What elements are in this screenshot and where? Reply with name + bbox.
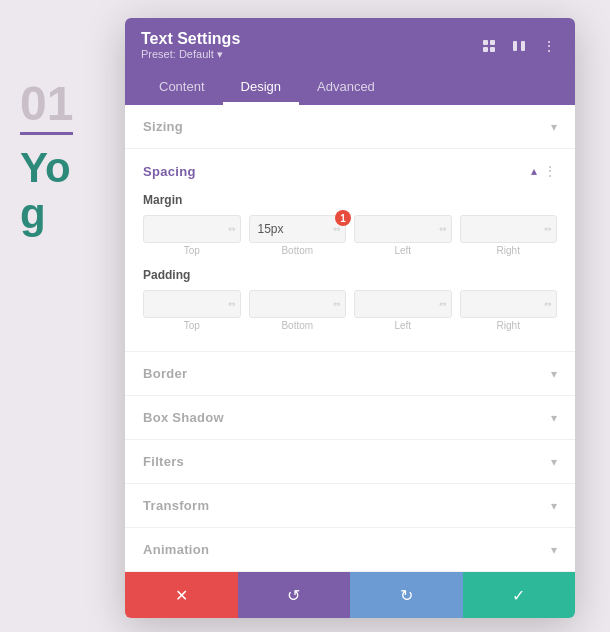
margin-right-label: Right bbox=[460, 245, 558, 256]
spacing-section-content: Margin ⇔ ⇔ 1 ⇔ bbox=[125, 193, 575, 351]
padding-top-wrap: ⇔ bbox=[143, 290, 241, 318]
section-spacing-header[interactable]: Spacing ▴ ⋮ bbox=[125, 149, 575, 193]
padding-right-label: Right bbox=[460, 320, 558, 331]
margin-left-wrap: ⇔ bbox=[354, 215, 452, 243]
modal-title: Text Settings bbox=[141, 30, 240, 48]
reset-button[interactable]: ↺ bbox=[238, 572, 351, 618]
padding-bottom-link-icon: ⇔ bbox=[333, 299, 341, 309]
padding-bottom-wrap: ⇔ bbox=[249, 290, 347, 318]
animation-chevron-icon: ▾ bbox=[551, 543, 557, 557]
margin-bottom-wrap: ⇔ 1 bbox=[249, 215, 347, 243]
padding-right-link-icon: ⇔ bbox=[544, 299, 552, 309]
modal-header-icons: ⋮ bbox=[479, 36, 559, 56]
spacing-chevron-icon: ▴ bbox=[531, 164, 537, 178]
padding-top-link-icon: ⇔ bbox=[228, 299, 236, 309]
tab-advanced[interactable]: Advanced bbox=[299, 71, 393, 105]
margin-top-wrap: ⇔ bbox=[143, 215, 241, 243]
redo-button[interactable]: ↻ bbox=[350, 572, 463, 618]
margin-left-link-icon: ⇔ bbox=[439, 224, 447, 234]
transform-chevron-icon: ▾ bbox=[551, 499, 557, 513]
svg-rect-2 bbox=[483, 47, 488, 52]
margin-bottom-label: Bottom bbox=[249, 245, 347, 256]
section-animation-header[interactable]: Animation ▾ bbox=[125, 528, 575, 571]
margin-label: Margin bbox=[143, 193, 557, 207]
more-icon[interactable]: ⋮ bbox=[539, 36, 559, 56]
section-box-shadow: Box Shadow ▾ bbox=[125, 396, 575, 440]
modal-footer: ✕ ↺ ↻ ✓ bbox=[125, 572, 575, 618]
modal-preset[interactable]: Preset: Default ▾ bbox=[141, 48, 240, 61]
border-chevron-icon: ▾ bbox=[551, 367, 557, 381]
margin-top-bottom-row: ⇔ ⇔ 1 ⇔ ⇔ bbox=[143, 215, 557, 243]
margin-top-input[interactable] bbox=[143, 215, 241, 243]
section-sizing-header[interactable]: Sizing ▾ bbox=[125, 105, 575, 148]
filters-chevron-icon: ▾ bbox=[551, 455, 557, 469]
svg-rect-3 bbox=[490, 47, 495, 52]
modal-body: Sizing ▾ Spacing ▴ ⋮ Margin ⇔ bbox=[125, 105, 575, 572]
cancel-button[interactable]: ✕ bbox=[125, 572, 238, 618]
section-border: Border ▾ bbox=[125, 352, 575, 396]
section-border-title: Border bbox=[143, 366, 187, 381]
margin-bottom-badge: 1 bbox=[335, 210, 351, 226]
modal-header: Text Settings Preset: Default ▾ bbox=[125, 18, 575, 105]
section-sizing: Sizing ▾ bbox=[125, 105, 575, 149]
padding-bottom-label: Bottom bbox=[249, 320, 347, 331]
columns-icon[interactable] bbox=[509, 36, 529, 56]
margin-left-label: Left bbox=[354, 245, 452, 256]
modal-title-group: Text Settings Preset: Default ▾ bbox=[141, 30, 240, 61]
svg-rect-1 bbox=[490, 40, 495, 45]
box-shadow-chevron-icon: ▾ bbox=[551, 411, 557, 425]
padding-top-input[interactable] bbox=[143, 290, 241, 318]
section-box-shadow-title: Box Shadow bbox=[143, 410, 224, 425]
margin-labels-row: Top Bottom Left Right bbox=[143, 245, 557, 256]
padding-right-input[interactable] bbox=[460, 290, 558, 318]
tab-design[interactable]: Design bbox=[223, 71, 299, 105]
padding-bottom-input[interactable] bbox=[249, 290, 347, 318]
margin-right-input[interactable] bbox=[460, 215, 558, 243]
bg-number: 01 bbox=[20, 80, 73, 135]
spacing-section-actions: ▴ ⋮ bbox=[531, 163, 557, 179]
section-spacing: Spacing ▴ ⋮ Margin ⇔ ⇔ bbox=[125, 149, 575, 352]
section-transform: Transform ▾ bbox=[125, 484, 575, 528]
padding-label: Padding bbox=[143, 268, 557, 282]
sizing-chevron-icon: ▾ bbox=[551, 120, 557, 134]
margin-right-wrap: ⇔ bbox=[460, 215, 558, 243]
bg-text: Yo g bbox=[20, 145, 73, 237]
section-sizing-title: Sizing bbox=[143, 119, 183, 134]
padding-labels-row: Top Bottom Left Right bbox=[143, 320, 557, 331]
spacing-more-icon[interactable]: ⋮ bbox=[543, 163, 557, 179]
bg-content: 01 Yo g bbox=[20, 80, 73, 237]
grid-icon[interactable] bbox=[479, 36, 499, 56]
section-animation: Animation ▾ bbox=[125, 528, 575, 572]
section-animation-title: Animation bbox=[143, 542, 209, 557]
section-border-header[interactable]: Border ▾ bbox=[125, 352, 575, 395]
margin-top-label: Top bbox=[143, 245, 241, 256]
padding-right-wrap: ⇔ bbox=[460, 290, 558, 318]
section-filters-header[interactable]: Filters ▾ bbox=[125, 440, 575, 483]
padding-inputs-row: ⇔ ⇔ ⇔ ⇔ bbox=[143, 290, 557, 318]
margin-bottom-input[interactable] bbox=[249, 215, 347, 243]
padding-left-link-icon: ⇔ bbox=[439, 299, 447, 309]
margin-right-link-icon: ⇔ bbox=[544, 224, 552, 234]
modal-tabs: Content Design Advanced bbox=[141, 71, 559, 105]
margin-top-link-icon: ⇔ bbox=[228, 224, 236, 234]
padding-top-label: Top bbox=[143, 320, 241, 331]
section-filters: Filters ▾ bbox=[125, 440, 575, 484]
modal-title-row: Text Settings Preset: Default ▾ bbox=[141, 30, 559, 61]
padding-left-input[interactable] bbox=[354, 290, 452, 318]
section-transform-title: Transform bbox=[143, 498, 209, 513]
text-settings-modal: Text Settings Preset: Default ▾ bbox=[125, 18, 575, 618]
section-spacing-title: Spacing bbox=[143, 164, 196, 179]
section-box-shadow-header[interactable]: Box Shadow ▾ bbox=[125, 396, 575, 439]
section-filters-title: Filters bbox=[143, 454, 184, 469]
padding-left-label: Left bbox=[354, 320, 452, 331]
padding-left-wrap: ⇔ bbox=[354, 290, 452, 318]
save-button[interactable]: ✓ bbox=[463, 572, 576, 618]
svg-rect-4 bbox=[513, 41, 517, 51]
margin-left-input[interactable] bbox=[354, 215, 452, 243]
section-transform-header[interactable]: Transform ▾ bbox=[125, 484, 575, 527]
svg-rect-0 bbox=[483, 40, 488, 45]
svg-rect-5 bbox=[521, 41, 525, 51]
tab-content[interactable]: Content bbox=[141, 71, 223, 105]
